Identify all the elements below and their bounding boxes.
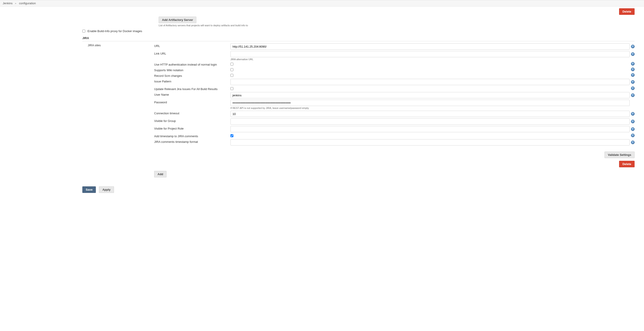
- password-help: If REST API is not supported by JIRA, le…: [230, 107, 634, 109]
- visible-role-input[interactable]: [230, 126, 630, 132]
- jira-section-header: JIRA: [82, 35, 634, 41]
- ts-format-input[interactable]: [230, 139, 630, 146]
- wiki-checkbox[interactable]: [230, 68, 233, 71]
- scm-checkbox[interactable]: [230, 74, 233, 77]
- help-icon[interactable]: ?: [631, 134, 634, 137]
- url-label: URL: [154, 43, 230, 48]
- artifactory-description: List of Artifactory servers that project…: [159, 24, 634, 27]
- http-auth-label: Use HTTP authentication instead of norma…: [154, 62, 230, 66]
- visible-group-label: Visible for Group: [154, 118, 230, 123]
- delete-button[interactable]: Delete: [619, 8, 634, 15]
- help-icon[interactable]: ?: [631, 68, 634, 71]
- scm-label: Record Scm changes: [154, 73, 230, 78]
- help-icon[interactable]: ?: [631, 141, 634, 144]
- help-icon[interactable]: ?: [631, 120, 634, 123]
- add-artifactory-server-button[interactable]: Add Artifactory Server: [159, 17, 196, 23]
- update-all-checkbox[interactable]: [230, 87, 233, 90]
- update-all-label: Update Relevant Jira Issues For All Buil…: [154, 87, 230, 91]
- delete-jira-site-button[interactable]: Delete: [619, 161, 634, 167]
- enable-docker-proxy-label: Enable Build-Info proxy for Docker image…: [88, 30, 142, 33]
- add-timestamp-label: Add timestamp to JIRA comments: [154, 134, 230, 138]
- ts-format-label: JIRA comments timestamp format: [154, 139, 230, 144]
- visible-group-input[interactable]: [230, 118, 630, 125]
- password-label: Password: [154, 100, 230, 104]
- add-jira-site-button[interactable]: Add: [154, 171, 166, 177]
- save-button[interactable]: Save: [82, 186, 96, 193]
- help-icon[interactable]: ?: [631, 45, 634, 48]
- help-icon[interactable]: ?: [631, 127, 634, 131]
- add-timestamp-checkbox[interactable]: [230, 134, 233, 137]
- wiki-label: Supports Wiki notation: [154, 68, 230, 72]
- enable-docker-proxy-checkbox[interactable]: [82, 30, 85, 33]
- breadcrumb: Jenkins ▸ configuration: [0, 0, 644, 7]
- username-label: User Name: [154, 92, 230, 96]
- help-icon[interactable]: ?: [631, 62, 634, 66]
- visible-role-label: Visible for Project Role: [154, 126, 230, 130]
- url-input[interactable]: [230, 43, 630, 50]
- help-icon[interactable]: ?: [631, 80, 634, 84]
- validate-settings-button[interactable]: Validate Settings: [604, 152, 634, 158]
- breadcrumb-configuration-link[interactable]: configuration: [19, 2, 36, 5]
- help-icon[interactable]: ?: [631, 87, 634, 90]
- timeout-label: Connection timeout: [154, 111, 230, 115]
- issue-pattern-input[interactable]: [230, 79, 630, 85]
- breadcrumb-jenkins-link[interactable]: Jenkins: [3, 2, 12, 5]
- jira-sites-label: JIRA sites: [82, 43, 154, 47]
- apply-button[interactable]: Apply: [99, 186, 114, 193]
- timeout-input[interactable]: [230, 111, 630, 117]
- help-icon[interactable]: ?: [631, 112, 634, 116]
- http-auth-checkbox[interactable]: [230, 63, 233, 66]
- issue-pattern-label: Issue Pattern: [154, 79, 230, 83]
- help-icon[interactable]: ?: [631, 73, 634, 77]
- username-input[interactable]: [230, 92, 630, 98]
- link-url-label: Link URL: [154, 51, 230, 55]
- password-input[interactable]: [230, 100, 630, 106]
- chevron-right-icon: ▸: [15, 2, 16, 5]
- help-icon[interactable]: ?: [631, 93, 634, 97]
- help-icon[interactable]: ?: [631, 52, 634, 56]
- link-url-help: JIRA alternative URL: [230, 58, 634, 61]
- link-url-input[interactable]: [230, 51, 630, 57]
